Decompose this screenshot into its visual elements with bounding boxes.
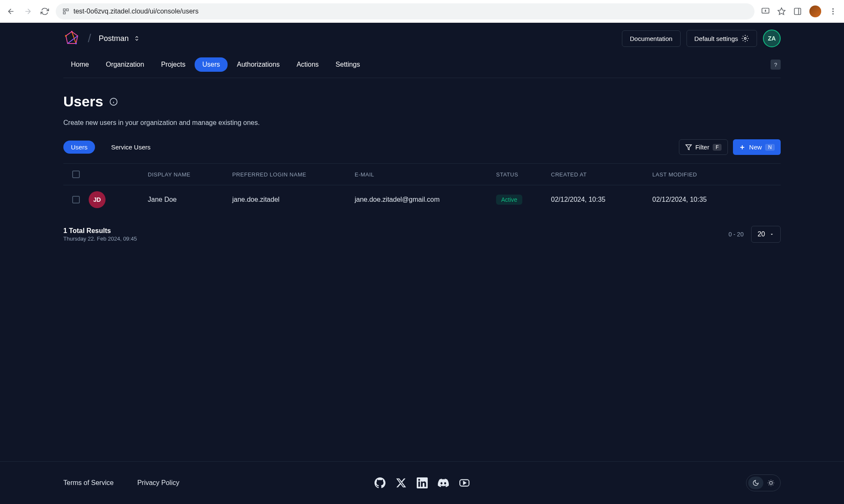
theme-toggle bbox=[746, 474, 781, 491]
tab-projects[interactable]: Projects bbox=[153, 57, 193, 72]
default-settings-button[interactable]: Default settings bbox=[687, 30, 757, 47]
linkedin-icon[interactable] bbox=[417, 477, 428, 488]
install-icon[interactable] bbox=[761, 7, 770, 16]
site-settings-icon[interactable] bbox=[62, 8, 69, 15]
back-icon[interactable] bbox=[7, 7, 15, 16]
url-bar[interactable]: test-0o6zvq.zitadel.cloud/ui/console/use… bbox=[56, 3, 754, 19]
bookmark-star-icon[interactable] bbox=[777, 7, 786, 16]
header-top: / Postman Documentation Default settings… bbox=[63, 30, 781, 47]
filter-icon bbox=[685, 144, 692, 151]
youtube-icon[interactable] bbox=[459, 477, 470, 488]
header-right: Documentation Default settings ZA bbox=[622, 30, 781, 47]
cell-email: jane.doe.zitadel@gmail.com bbox=[355, 196, 496, 203]
org-name: Postman bbox=[99, 34, 129, 43]
nav-tabs: Home Organization Projects Users Authori… bbox=[63, 57, 781, 72]
help-button[interactable]: ? bbox=[771, 60, 781, 70]
browser-nav-controls bbox=[7, 7, 49, 16]
light-theme-button[interactable] bbox=[763, 477, 779, 489]
col-preferred-login[interactable]: PREFERRED LOGIN NAME bbox=[232, 171, 355, 178]
col-display-name[interactable]: DISPLAY NAME bbox=[148, 171, 232, 178]
page-size-selector[interactable]: 20 bbox=[751, 226, 781, 243]
tos-link[interactable]: Terms of Service bbox=[63, 479, 114, 487]
discord-icon[interactable] bbox=[438, 477, 449, 488]
org-selector[interactable]: Postman bbox=[99, 34, 140, 43]
page-title-row: Users bbox=[63, 93, 781, 110]
col-last-modified[interactable]: LAST MODIFIED bbox=[652, 171, 781, 178]
side-panel-icon[interactable] bbox=[793, 7, 802, 16]
page-description: Create new users in your organization an… bbox=[63, 119, 781, 127]
svg-marker-21 bbox=[463, 482, 465, 485]
reload-icon[interactable] bbox=[41, 7, 49, 16]
col-status[interactable]: STATUS bbox=[496, 171, 551, 178]
svg-marker-17 bbox=[686, 145, 691, 150]
forward-icon[interactable] bbox=[24, 7, 32, 16]
sub-tabs-row: Users Service Users Filter F New N bbox=[63, 139, 781, 155]
browser-right-controls bbox=[761, 5, 837, 17]
docs-label: Documentation bbox=[630, 35, 673, 42]
app-container: / Postman Documentation Default settings… bbox=[0, 23, 844, 504]
cell-last-modified: 02/12/2024, 10:35 bbox=[652, 196, 781, 203]
filter-button[interactable]: Filter F bbox=[679, 139, 728, 155]
select-all-checkbox[interactable] bbox=[72, 171, 80, 178]
filter-label: Filter bbox=[695, 144, 709, 151]
avatar-initials: ZA bbox=[768, 35, 776, 42]
row-avatar: JD bbox=[89, 191, 106, 208]
svg-point-7 bbox=[832, 8, 833, 9]
x-twitter-icon[interactable] bbox=[396, 477, 407, 488]
cell-created-at: 02/12/2024, 10:35 bbox=[551, 196, 652, 203]
svg-rect-5 bbox=[795, 8, 801, 14]
subtab-service-users[interactable]: Service Users bbox=[103, 141, 158, 154]
plus-icon bbox=[739, 144, 746, 151]
dark-theme-button[interactable] bbox=[748, 477, 763, 489]
moon-icon bbox=[752, 480, 759, 486]
page-range: 0 - 20 bbox=[728, 231, 744, 238]
settings-label: Default settings bbox=[695, 35, 738, 42]
footer-links: Terms of Service Privacy Policy bbox=[63, 479, 179, 487]
github-icon[interactable] bbox=[375, 477, 385, 488]
tab-authorizations[interactable]: Authorizations bbox=[229, 57, 287, 72]
browser-menu-icon[interactable] bbox=[829, 7, 837, 16]
tab-organization[interactable]: Organization bbox=[98, 57, 152, 72]
svg-point-8 bbox=[832, 11, 833, 12]
app-header: / Postman Documentation Default settings… bbox=[0, 23, 844, 78]
sun-icon bbox=[768, 480, 774, 486]
svg-line-26 bbox=[773, 485, 773, 485]
svg-rect-0 bbox=[63, 9, 65, 11]
documentation-button[interactable]: Documentation bbox=[622, 30, 681, 47]
app-footer: Terms of Service Privacy Policy bbox=[0, 461, 844, 504]
tab-home[interactable]: Home bbox=[63, 57, 97, 72]
col-email[interactable]: E-MAIL bbox=[355, 171, 496, 178]
page-title: Users bbox=[63, 93, 103, 110]
cell-preferred-login: jane.doe.zitadel bbox=[232, 196, 355, 203]
svg-line-25 bbox=[769, 481, 769, 481]
svg-point-11 bbox=[65, 35, 67, 37]
browser-profile-avatar[interactable] bbox=[809, 5, 821, 17]
svg-rect-2 bbox=[63, 12, 65, 14]
chevron-down-icon bbox=[769, 232, 774, 237]
results-count: 1 Total Results bbox=[63, 227, 137, 235]
results-info: 1 Total Results Thursday 22. Feb 2024, 0… bbox=[63, 227, 137, 242]
svg-point-22 bbox=[770, 482, 773, 485]
privacy-link[interactable]: Privacy Policy bbox=[137, 479, 179, 487]
gear-icon bbox=[741, 35, 749, 42]
col-created-at[interactable]: CREATED AT bbox=[551, 171, 652, 178]
new-button[interactable]: New N bbox=[733, 139, 781, 155]
cell-display-name: Jane Doe bbox=[148, 196, 232, 203]
status-badge: Active bbox=[496, 195, 522, 205]
subtab-users[interactable]: Users bbox=[63, 141, 95, 154]
zitadel-logo[interactable] bbox=[63, 30, 80, 47]
tab-settings[interactable]: Settings bbox=[328, 57, 368, 72]
info-icon[interactable] bbox=[109, 98, 118, 106]
row-checkbox[interactable] bbox=[72, 196, 80, 203]
new-key-hint: N bbox=[765, 144, 775, 151]
breadcrumb-divider: / bbox=[88, 32, 91, 45]
tab-users[interactable]: Users bbox=[195, 57, 228, 72]
social-icons bbox=[375, 477, 470, 488]
user-avatar[interactable]: ZA bbox=[763, 30, 781, 47]
actions-right: Filter F New N bbox=[679, 139, 781, 155]
page-size-value: 20 bbox=[757, 230, 765, 238]
page-content: Users Create new users in your organizat… bbox=[0, 78, 844, 461]
row-avatar-initials: JD bbox=[93, 196, 101, 203]
table-row[interactable]: JD Jane Doe jane.doe.zitadel jane.doe.zi… bbox=[63, 185, 781, 214]
tab-actions[interactable]: Actions bbox=[289, 57, 326, 72]
